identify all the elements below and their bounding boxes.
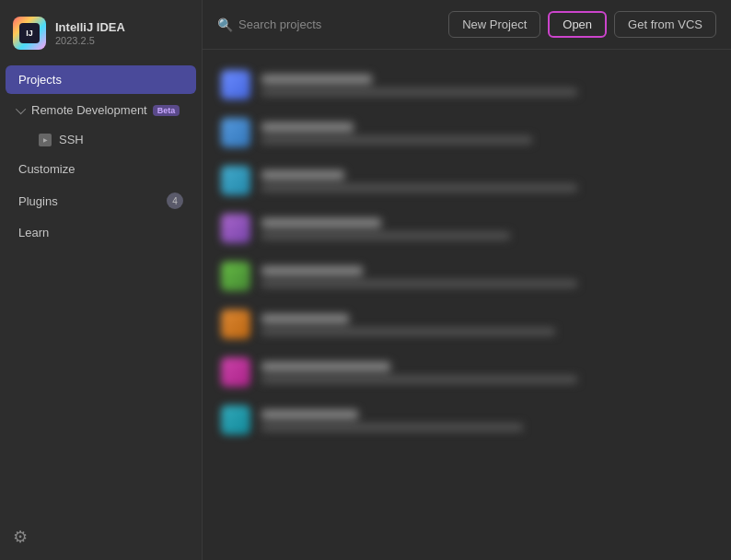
list-item[interactable]: [203, 204, 731, 252]
toolbar-buttons: New Project Open Get from VCS: [448, 11, 716, 38]
list-item[interactable]: [203, 252, 731, 300]
sidebar-item-remote-development[interactable]: Remote Development Beta: [6, 96, 196, 124]
ssh-label: SSH: [59, 133, 84, 146]
app-version: 2023.2.5: [55, 35, 125, 46]
sidebar-item-ssh[interactable]: SSH: [6, 126, 196, 153]
app-info: IntelliJ IDEA 2023.2.5: [55, 20, 125, 47]
sidebar-item-customize[interactable]: Customize: [6, 155, 196, 183]
plugins-label: Plugins: [18, 194, 58, 208]
learn-label: Learn: [18, 226, 49, 239]
search-container: 🔍: [217, 18, 437, 32]
projects-list[interactable]: [203, 50, 731, 560]
customize-label: Customize: [18, 162, 75, 176]
list-item[interactable]: [203, 157, 731, 204]
toolbar: 🔍 New Project Open Get from VCS: [203, 0, 731, 50]
app-header: IntelliJ IDEA 2023.2.5: [0, 0, 202, 64]
open-button[interactable]: Open: [548, 11, 607, 38]
get-from-vcs-button[interactable]: Get from VCS: [614, 11, 716, 38]
sidebar-item-learn[interactable]: Learn: [6, 218, 196, 247]
new-project-button[interactable]: New Project: [448, 11, 540, 38]
search-input[interactable]: [238, 18, 437, 31]
sidebar-item-plugins[interactable]: Plugins 4: [6, 185, 196, 216]
sidebar-bottom: ⚙: [0, 514, 202, 560]
chevron-down-icon: [16, 103, 26, 113]
app-logo-inner: [19, 23, 40, 43]
list-item[interactable]: [203, 61, 731, 109]
plugins-badge: 4: [167, 192, 183, 209]
list-item[interactable]: [203, 348, 731, 396]
sidebar-item-projects[interactable]: Projects: [6, 65, 196, 94]
list-item[interactable]: [203, 300, 731, 348]
list-item[interactable]: [203, 396, 731, 444]
remote-development-label: Remote Development: [31, 103, 147, 117]
settings-icon[interactable]: ⚙: [13, 527, 28, 547]
list-item[interactable]: [203, 109, 731, 157]
search-icon: 🔍: [217, 18, 233, 32]
app-logo: [13, 17, 46, 50]
sidebar: IntelliJ IDEA 2023.2.5 Projects Remote D…: [0, 0, 203, 560]
projects-label: Projects: [18, 73, 62, 87]
main-content: 🔍 New Project Open Get from VCS: [203, 0, 731, 560]
terminal-icon: [39, 134, 52, 146]
app-name: IntelliJ IDEA: [55, 20, 125, 36]
beta-badge: Beta: [153, 105, 180, 116]
